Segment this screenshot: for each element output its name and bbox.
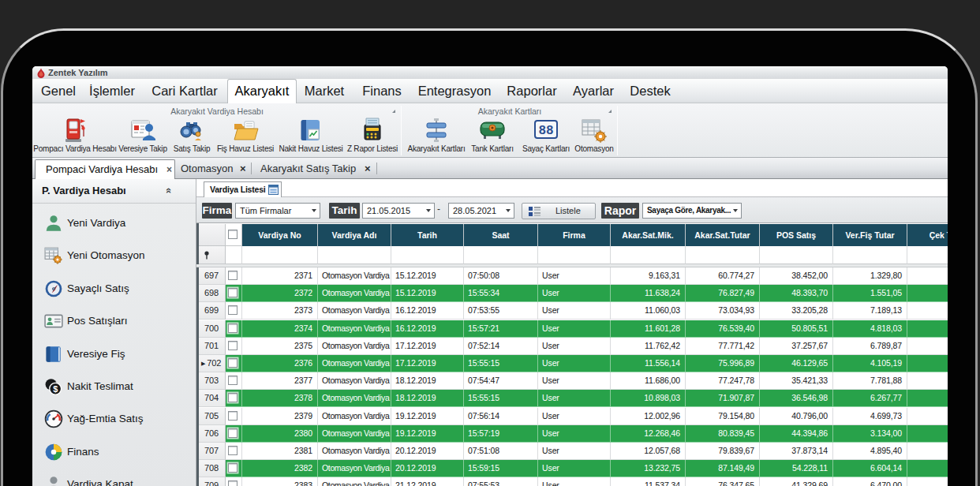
svg-text:88: 88 — [538, 124, 553, 138]
svg-text:$: $ — [53, 384, 58, 394]
